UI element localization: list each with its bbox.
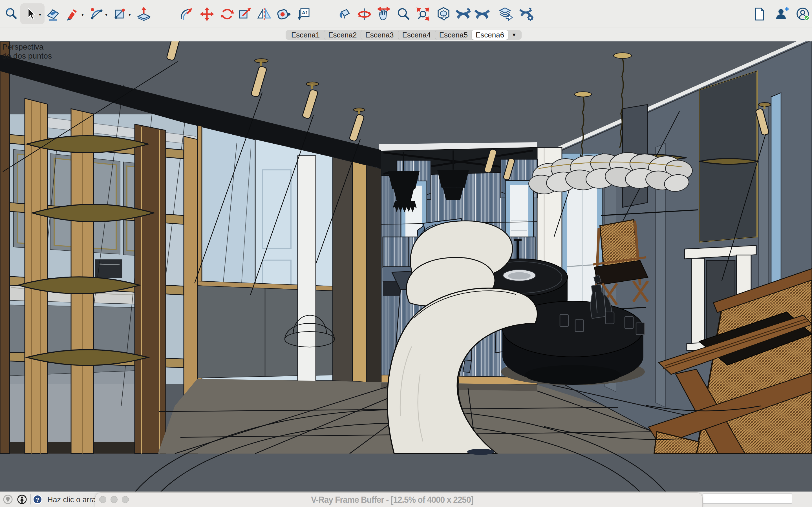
layers-export-icon[interactable]	[498, 6, 513, 22]
pencil-dropdown-caret[interactable]: ▼	[80, 12, 85, 17]
follow-me-icon[interactable]	[179, 6, 194, 22]
rotate-tool-icon[interactable]	[219, 6, 235, 22]
window-minimize-button[interactable]	[110, 496, 117, 503]
window-close-button[interactable]	[99, 496, 106, 503]
select-tool-icon[interactable]	[22, 6, 38, 22]
push-pull-icon[interactable]	[136, 6, 152, 22]
vray-frame-buffer-window[interactable]: V-Ray Frame Buffer - [12.5% of 4000 x 22…	[95, 492, 703, 507]
account-icon[interactable]	[795, 6, 811, 22]
help-icon[interactable]: ?	[33, 494, 43, 504]
3d-warehouse-icon[interactable]	[436, 6, 451, 22]
eraser-icon[interactable]	[45, 6, 61, 22]
main-toolbar: ▼ ▼ ▼ ▼ A1	[0, 0, 812, 28]
tape-measure-icon[interactable]	[276, 6, 292, 22]
camera-mode-label: Perspectiva de dos puntos	[2, 43, 52, 61]
tab-escena3[interactable]: Escena3	[361, 30, 398, 40]
scene-tab-strip: Escena1 Escena2 Escena3 Escena4 Escena5 …	[286, 30, 522, 40]
svg-text:A1: A1	[302, 10, 308, 15]
flip-tool-icon[interactable]	[256, 6, 272, 22]
status-hint-text: Haz clic o arra	[47, 496, 96, 504]
human-figure-icon[interactable]	[17, 494, 27, 504]
text-tool-icon[interactable]: A1	[296, 6, 312, 22]
new-document-icon[interactable]	[751, 6, 767, 22]
scene-render	[0, 41, 812, 492]
svg-text:?: ?	[36, 496, 40, 503]
search-icon[interactable]	[3, 6, 19, 22]
wave-settings-icon[interactable]	[519, 6, 535, 22]
viewport-3d[interactable]: Perspectiva de dos puntos	[0, 41, 812, 492]
add-collaborator-icon[interactable]	[774, 6, 790, 22]
paint-bucket-icon[interactable]	[336, 6, 352, 22]
arc-dropdown-caret[interactable]: ▼	[104, 12, 109, 17]
pan-tool-icon[interactable]	[376, 6, 392, 22]
window-zoom-button[interactable]	[122, 496, 129, 503]
vfb-window-title: V-Ray Frame Buffer - [12.5% of 4000 x 22…	[311, 495, 473, 505]
geolocation-pin-icon[interactable]	[3, 494, 13, 504]
tab-escena5[interactable]: Escena5	[435, 30, 472, 40]
rectangle-tool-icon[interactable]	[112, 6, 128, 22]
scene-tab-bar: Escena1 Escena2 Escena3 Escena4 Escena5 …	[0, 28, 812, 42]
wave-extension-b-icon[interactable]	[474, 6, 490, 22]
zoom-tool-icon[interactable]	[395, 6, 411, 22]
move-tool-icon[interactable]	[199, 6, 215, 22]
wave-extension-a-icon[interactable]	[455, 6, 471, 22]
select-dropdown-caret[interactable]: ▼	[38, 12, 42, 17]
rectangle-dropdown-caret[interactable]: ▼	[128, 12, 132, 17]
measurements-box[interactable]	[703, 494, 792, 504]
scene-tabs-overflow-button[interactable]: ▼	[508, 32, 520, 38]
status-separator	[30, 494, 31, 504]
tab-escena1[interactable]: Escena1	[287, 30, 324, 40]
tab-escena4[interactable]: Escena4	[398, 30, 435, 40]
scale-tool-icon[interactable]	[238, 6, 253, 22]
freehand-pencil-icon[interactable]	[65, 6, 81, 22]
arc-tool-icon[interactable]	[89, 6, 105, 22]
zoom-extents-icon[interactable]	[415, 6, 431, 22]
orbit-tool-icon[interactable]	[356, 6, 372, 22]
center-left-wall	[197, 125, 381, 383]
tab-escena6-active[interactable]: Escena6	[472, 30, 508, 40]
tab-escena2[interactable]: Escena2	[324, 30, 361, 40]
